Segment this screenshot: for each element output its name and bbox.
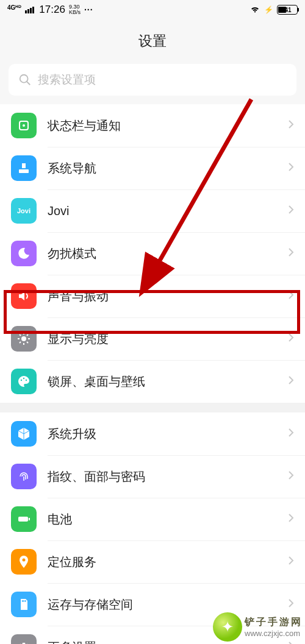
svg-line-1 <box>27 82 30 85</box>
svg-text:Jovi: Jovi <box>17 207 30 214</box>
screen: 4Gᴴᴰ 17:26 9.30KB/s ··· ⚡ 41 设置 搜索设置项 <box>0 0 305 644</box>
svg-line-15 <box>27 334 28 336</box>
row-label: 系统导航 <box>48 160 288 177</box>
chevron-right-icon <box>288 333 294 345</box>
fingerprint-icon <box>11 464 37 489</box>
sound-icon <box>11 283 37 309</box>
sd-icon <box>11 592 37 617</box>
search-input[interactable]: 搜索设置项 <box>9 64 296 96</box>
chevron-right-icon <box>288 513 294 525</box>
svg-line-14 <box>20 342 21 343</box>
settings-row-battery[interactable]: 电池 <box>0 498 305 540</box>
svg-point-17 <box>23 378 24 379</box>
row-label: 定位服务 <box>48 554 288 570</box>
row-label: Jovi <box>48 204 288 218</box>
nav-icon <box>11 155 37 181</box>
palette-icon <box>11 369 37 394</box>
row-label: 指纹、面部与密码 <box>48 469 288 485</box>
chevron-right-icon <box>288 247 294 260</box>
chevron-right-icon <box>288 556 294 568</box>
svg-point-0 <box>20 75 28 83</box>
settings-row-system-update[interactable]: 系统升级 <box>0 412 305 455</box>
search-placeholder: 搜索设置项 <box>38 72 96 88</box>
charging-icon: ⚡ <box>264 5 273 14</box>
search-icon <box>18 73 32 87</box>
wifi-icon <box>249 5 260 15</box>
row-label: 电池 <box>48 511 288 528</box>
svg-rect-23 <box>24 600 25 602</box>
settings-list: 状态栏与通知系统导航JoviJovi勿扰模式声音与振动显示与亮度锁屏、桌面与壁纸… <box>0 104 305 644</box>
settings-group: 状态栏与通知系统导航JoviJovi勿扰模式声音与振动显示与亮度锁屏、桌面与壁纸 <box>0 104 305 403</box>
row-label: 锁屏、桌面与壁纸 <box>48 373 288 390</box>
battery-percent: 41 <box>279 7 297 13</box>
row-label: 状态栏与通知 <box>48 118 288 134</box>
chevron-right-icon <box>288 598 294 610</box>
svg-rect-5 <box>22 163 26 168</box>
cube-icon <box>11 421 37 447</box>
watermark-url: www.czjxjc.com <box>245 629 303 638</box>
status-left: 4Gᴴᴰ 17:26 9.30KB/s ··· <box>7 4 93 16</box>
status-right: ⚡ 41 <box>249 5 298 15</box>
chevron-right-icon <box>288 470 294 483</box>
row-label: 显示与亮度 <box>48 331 288 347</box>
location-icon <box>11 549 37 575</box>
svg-point-16 <box>21 380 22 381</box>
row-label: 声音与振动 <box>48 288 288 305</box>
svg-point-7 <box>21 336 26 341</box>
network-speed: 9.30KB/s <box>69 4 81 15</box>
settings-group: 系统升级指纹、面部与密码电池定位服务运存与存储空间更多设置 <box>0 412 305 644</box>
search-wrap: 搜索设置项 <box>0 64 305 104</box>
row-label: 勿扰模式 <box>48 246 288 262</box>
settings-row-system-nav[interactable]: 系统导航 <box>0 147 305 189</box>
row-label: 系统升级 <box>48 426 288 442</box>
svg-line-12 <box>20 334 21 336</box>
svg-rect-19 <box>18 517 28 522</box>
svg-rect-20 <box>29 518 30 520</box>
svg-point-3 <box>23 124 25 127</box>
settings-row-status-notif[interactable]: 状态栏与通知 <box>0 104 305 147</box>
chevron-right-icon <box>288 119 294 132</box>
watermark-title: 铲子手游网 <box>245 616 303 629</box>
settings-row-sound[interactable]: 声音与振动 <box>0 275 305 317</box>
jovi-icon: Jovi <box>11 198 37 224</box>
status-icon <box>11 113 37 138</box>
settings-row-jovi[interactable]: JoviJovi <box>0 189 305 232</box>
more-indicator: ··· <box>84 5 93 15</box>
svg-rect-22 <box>22 600 23 602</box>
row-label: 运存与存储空间 <box>48 596 288 613</box>
moon-icon <box>11 241 37 266</box>
battery-icon: 41 <box>277 5 298 15</box>
svg-point-21 <box>23 559 26 562</box>
svg-rect-4 <box>19 169 29 173</box>
watermark: ✦ 铲子手游网 www.czjxjc.com <box>213 612 303 642</box>
settings-row-wallpaper[interactable]: 锁屏、桌面与壁纸 <box>0 360 305 403</box>
svg-rect-24 <box>25 600 26 602</box>
page-title: 设置 <box>0 19 305 64</box>
watermark-logo-icon: ✦ <box>213 612 242 642</box>
chevron-right-icon <box>288 162 294 174</box>
signal-icon <box>25 7 34 13</box>
clock: 17:26 <box>39 4 65 16</box>
chevron-right-icon <box>288 375 294 387</box>
gear-icon <box>11 634 37 644</box>
svg-point-18 <box>26 380 27 381</box>
brightness-icon <box>11 326 37 352</box>
svg-line-13 <box>27 342 28 343</box>
chevron-right-icon <box>288 205 294 217</box>
settings-row-location[interactable]: 定位服务 <box>0 540 305 583</box>
chevron-right-icon <box>288 428 294 440</box>
network-type: 4Gᴴᴰ <box>7 5 21 10</box>
battery-icon <box>11 506 37 532</box>
chevron-right-icon <box>288 290 294 302</box>
settings-row-dnd[interactable]: 勿扰模式 <box>0 232 305 275</box>
settings-row-biometrics[interactable]: 指纹、面部与密码 <box>0 455 305 498</box>
settings-row-display[interactable]: 显示与亮度 <box>0 317 305 360</box>
status-bar: 4Gᴴᴰ 17:26 9.30KB/s ··· ⚡ 41 <box>0 0 305 19</box>
